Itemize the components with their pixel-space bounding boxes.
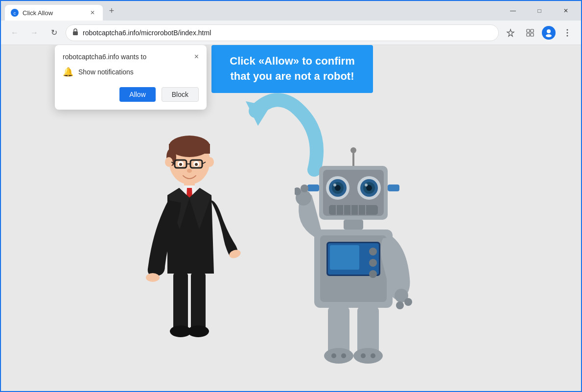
reload-button[interactable]: ↻ (46, 25, 62, 41)
svg-point-7 (547, 29, 551, 33)
svg-point-70 (369, 259, 377, 267)
extensions-button[interactable] (522, 25, 538, 41)
svg-rect-5 (527, 33, 530, 36)
svg-point-28 (187, 169, 192, 173)
browser-window: c Click Allow ✕ + — □ ✕ ← → ↻ robotcaptc… (0, 0, 582, 392)
popup-title: robotcaptcha6.info wants to (63, 53, 146, 61)
page-content: robotcaptcha6.info wants to × 🔔 Show not… (1, 45, 581, 391)
bell-icon: 🔔 (63, 67, 73, 77)
svg-text:c: c (14, 11, 16, 16)
svg-rect-3 (527, 29, 530, 32)
svg-rect-55 (307, 184, 319, 191)
svg-rect-37 (173, 273, 188, 331)
address-bar[interactable]: robotcaptcha6.info/microrobotB/index.htm… (66, 24, 499, 41)
svg-point-49 (333, 184, 336, 186)
title-bar: c Click Allow ✕ + — □ ✕ (1, 1, 581, 21)
svg-point-18 (206, 157, 214, 167)
svg-point-27 (195, 163, 198, 166)
tab-title: Click Allow (23, 9, 84, 17)
forward-button[interactable]: → (26, 25, 42, 41)
svg-point-36 (146, 273, 160, 282)
maximize-button[interactable]: □ (528, 3, 551, 19)
svg-point-77 (396, 301, 404, 309)
page-banner: Click «Allow» to confirm that you are no… (211, 45, 373, 93)
notification-popup: robotcaptcha6.info wants to × 🔔 Show not… (55, 45, 207, 110)
popup-buttons: Allow Block (63, 87, 199, 102)
address-text: robotcaptcha6.info/microrobotB/index.htm… (83, 29, 492, 37)
menu-button[interactable] (559, 25, 575, 41)
svg-rect-2 (73, 31, 78, 35)
tab-favicon: c (11, 9, 19, 17)
profile-button[interactable] (542, 26, 556, 40)
close-button[interactable]: ✕ (555, 3, 577, 19)
robot-character (295, 141, 412, 381)
tab-close-button[interactable]: ✕ (88, 8, 97, 17)
svg-point-71 (369, 270, 377, 278)
svg-rect-38 (191, 273, 206, 331)
svg-point-40 (187, 325, 209, 337)
svg-rect-4 (531, 29, 534, 32)
svg-rect-6 (531, 33, 534, 36)
popup-close-button[interactable]: × (194, 53, 199, 61)
svg-point-74 (301, 184, 308, 192)
svg-point-26 (179, 163, 182, 166)
svg-rect-68 (330, 245, 359, 270)
new-tab-button[interactable]: + (105, 4, 118, 18)
popup-notification-row: 🔔 Show notifications (63, 67, 199, 77)
svg-point-42 (350, 147, 356, 153)
svg-point-81 (353, 348, 383, 364)
tab-area: c Click Allow ✕ + (5, 1, 496, 21)
minimize-button[interactable]: — (502, 3, 524, 19)
svg-rect-56 (388, 184, 399, 191)
svg-point-8 (546, 34, 552, 37)
svg-point-69 (369, 248, 377, 255)
back-button[interactable]: ← (7, 25, 23, 41)
popup-notification-text: Show notifications (78, 68, 134, 76)
banner-text: Click «Allow» to confirm that you are no… (222, 54, 362, 84)
svg-point-11 (567, 35, 568, 36)
svg-point-80 (324, 348, 353, 364)
svg-point-76 (404, 298, 412, 306)
svg-rect-63 (344, 220, 363, 230)
svg-point-82 (331, 353, 336, 358)
lock-icon (72, 28, 79, 37)
active-tab[interactable]: c Click Allow ✕ (5, 5, 103, 21)
nav-bar: ← → ↻ robotcaptcha6.info/microrobotB/ind… (1, 21, 581, 45)
allow-button[interactable]: Allow (119, 87, 155, 102)
svg-point-54 (365, 184, 368, 186)
svg-point-10 (567, 32, 568, 33)
bookmark-button[interactable] (503, 25, 518, 41)
human-character (138, 132, 241, 381)
svg-point-9 (567, 29, 568, 30)
window-controls: — □ ✕ (502, 3, 577, 19)
block-button[interactable]: Block (162, 87, 199, 102)
popup-header: robotcaptcha6.info wants to × (63, 53, 199, 61)
svg-point-84 (361, 353, 366, 358)
svg-point-83 (341, 353, 346, 358)
svg-point-85 (371, 353, 375, 358)
